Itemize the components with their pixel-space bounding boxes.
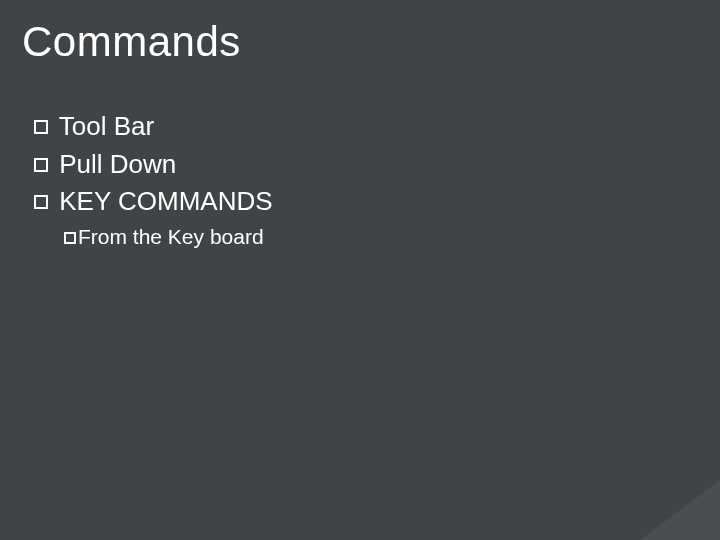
bullet-list: Tool Bar Pull Down KEY COMMANDS From the…	[34, 108, 273, 253]
bullet-icon	[34, 158, 48, 172]
bullet-icon	[64, 232, 76, 244]
bullet-icon	[34, 120, 48, 134]
sub-list-item-label: From the Key board	[78, 225, 264, 248]
bullet-icon	[34, 195, 48, 209]
list-item: Tool Bar	[34, 108, 273, 146]
slide-title: Commands	[22, 18, 241, 66]
list-item-label: Tool Bar	[52, 111, 154, 141]
list-item-label: KEY COMMANDS	[52, 186, 273, 216]
sub-list-item: From the Key board	[64, 221, 273, 253]
list-item: Pull Down	[34, 146, 273, 184]
list-item-label: Pull Down	[52, 149, 176, 179]
corner-decoration	[640, 480, 720, 540]
list-item: KEY COMMANDS	[34, 183, 273, 221]
